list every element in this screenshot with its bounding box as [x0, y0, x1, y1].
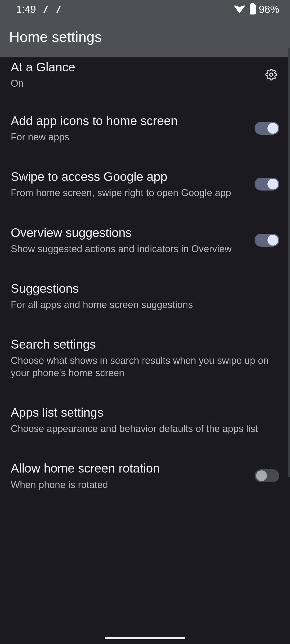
status-left: 1:49 — [16, 4, 62, 15]
battery-icon — [250, 4, 256, 14]
toggle-swipe-google[interactable] — [255, 178, 279, 191]
status-right: 98% — [234, 4, 279, 15]
item-suggestions[interactable]: Suggestions For all apps and home screen… — [0, 268, 290, 324]
wifi-icon — [234, 5, 245, 13]
item-title: At a Glance — [11, 60, 257, 75]
item-at-a-glance[interactable]: At a Glance On — [0, 57, 290, 100]
item-subtitle: Show suggested actions and indicators in… — [11, 243, 248, 255]
item-subtitle: For new apps — [11, 131, 248, 143]
item-swipe-google[interactable]: Swipe to access Google app From home scr… — [0, 156, 290, 212]
item-body: Add app icons to home screen For new app… — [11, 113, 248, 143]
item-control — [255, 469, 279, 482]
item-title: Suggestions — [11, 281, 279, 296]
item-title: Add app icons to home screen — [11, 113, 248, 128]
item-title: Swipe to access Google app — [11, 169, 248, 184]
toggle-overview-suggestions[interactable] — [255, 234, 279, 247]
gesture-nav-handle[interactable] — [105, 637, 185, 639]
item-allow-rotation[interactable]: Allow home screen rotation When phone is… — [0, 448, 290, 504]
item-body: Apps list settings Choose appearance and… — [11, 405, 279, 435]
item-body: Swipe to access Google app From home scr… — [11, 169, 248, 199]
item-body: Allow home screen rotation When phone is… — [11, 461, 248, 491]
item-control — [255, 234, 279, 247]
item-body: Suggestions For all apps and home screen… — [11, 281, 279, 311]
battery-percent: 98% — [259, 4, 279, 15]
toggle-add-app-icons[interactable] — [255, 122, 279, 135]
item-overview-suggestions[interactable]: Overview suggestions Show suggested acti… — [0, 212, 290, 268]
item-title: Search settings — [11, 337, 279, 352]
item-body: At a Glance On — [11, 60, 257, 90]
item-subtitle: From home screen, swipe right to open Go… — [11, 187, 248, 199]
title-bar: Home settings — [0, 19, 290, 57]
gear-icon[interactable] — [263, 67, 279, 83]
status-time: 1:49 — [16, 4, 36, 15]
item-subtitle: Choose what shows in search results when… — [11, 354, 279, 379]
toggle-allow-rotation[interactable] — [255, 469, 279, 482]
item-subtitle: On — [11, 77, 257, 90]
item-title: Apps list settings — [11, 405, 279, 420]
item-add-app-icons[interactable]: Add app icons to home screen For new app… — [0, 100, 290, 156]
item-control — [255, 178, 279, 191]
item-search-settings[interactable]: Search settings Choose what shows in sea… — [0, 324, 290, 392]
status-bar: 1:49 98% — [0, 0, 290, 19]
page-title: Home settings — [9, 28, 281, 45]
item-subtitle: For all apps and home screen suggestions — [11, 299, 279, 311]
item-control — [255, 122, 279, 135]
item-subtitle: When phone is rotated — [11, 479, 248, 491]
item-apps-list-settings[interactable]: Apps list settings Choose appearance and… — [0, 392, 290, 448]
svg-point-0 — [270, 73, 273, 76]
item-title: Overview suggestions — [11, 225, 248, 240]
item-subtitle: Choose appearance and behavior defaults … — [11, 423, 279, 435]
item-title: Allow home screen rotation — [11, 461, 248, 476]
status-tick-icon — [44, 6, 49, 13]
status-tick-icon — [56, 6, 62, 13]
scrollbar[interactable] — [288, 48, 290, 477]
item-body: Overview suggestions Show suggested acti… — [11, 225, 248, 255]
item-body: Search settings Choose what shows in sea… — [11, 337, 279, 379]
settings-list: At a Glance On Add app icons to home scr… — [0, 57, 290, 504]
